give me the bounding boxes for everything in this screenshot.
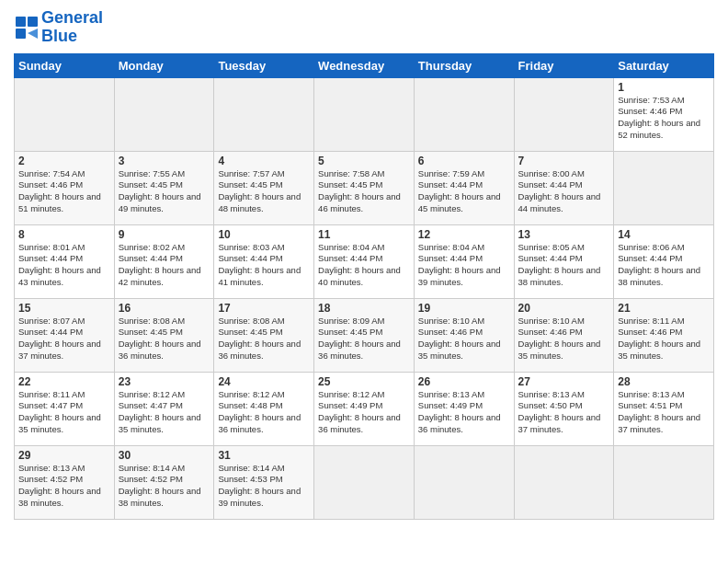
calendar-cell: 19 Sunrise: 8:10 AMSunset: 4:46 PMDaylig… <box>414 298 514 372</box>
day-number: 31 <box>218 449 310 462</box>
calendar-cell: 29 Sunrise: 8:13 AMSunset: 4:52 PMDaylig… <box>15 445 115 519</box>
calendar-cell: 2 Sunrise: 7:54 AMSunset: 4:46 PMDayligh… <box>15 151 115 224</box>
day-info: Sunrise: 8:04 AMSunset: 4:44 PMDaylight:… <box>418 242 510 289</box>
calendar-cell: 18 Sunrise: 8:09 AMSunset: 4:45 PMDaylig… <box>314 298 415 372</box>
day-number: 9 <box>119 228 210 241</box>
day-number: 26 <box>418 375 510 388</box>
day-number: 14 <box>618 228 710 241</box>
day-info: Sunrise: 7:53 AMSunset: 4:46 PMDaylight:… <box>618 95 710 142</box>
calendar-cell <box>314 77 415 151</box>
logo: General Blue <box>14 9 103 46</box>
week-row-4: 15 Sunrise: 8:07 AMSunset: 4:44 PMDaylig… <box>15 298 714 372</box>
calendar-cell <box>414 445 514 519</box>
day-number: 21 <box>618 302 710 315</box>
week-row-5: 22 Sunrise: 8:11 AMSunset: 4:47 PMDaylig… <box>15 372 714 445</box>
calendar-cell: 30 Sunrise: 8:14 AMSunset: 4:52 PMDaylig… <box>114 445 214 519</box>
day-number: 27 <box>518 375 610 388</box>
day-info: Sunrise: 8:04 AMSunset: 4:44 PMDaylight:… <box>318 242 410 289</box>
day-number: 11 <box>318 228 410 241</box>
svg-rect-0 <box>16 17 26 27</box>
day-info: Sunrise: 8:10 AMSunset: 4:46 PMDaylight:… <box>518 316 610 362</box>
calendar-cell: 28 Sunrise: 8:13 AMSunset: 4:51 PMDaylig… <box>614 372 714 445</box>
page-container: General Blue SundayMondayTuesdayWednesda… <box>0 0 728 524</box>
day-info: Sunrise: 8:06 AMSunset: 4:44 PMDaylight:… <box>618 242 710 289</box>
day-number: 7 <box>518 155 610 167</box>
calendar-cell: 21 Sunrise: 8:11 AMSunset: 4:46 PMDaylig… <box>614 298 714 372</box>
weekday-header-friday: Friday <box>514 53 614 77</box>
day-info: Sunrise: 8:14 AMSunset: 4:52 PMDaylight:… <box>119 463 210 510</box>
week-row-1: 1 Sunrise: 7:53 AMSunset: 4:46 PMDayligh… <box>15 77 714 151</box>
weekday-header-tuesday: Tuesday <box>214 53 314 77</box>
day-number: 1 <box>618 81 710 94</box>
day-number: 17 <box>218 302 310 315</box>
day-info: Sunrise: 8:01 AMSunset: 4:44 PMDaylight:… <box>18 242 110 289</box>
calendar-cell <box>214 77 314 151</box>
day-number: 2 <box>18 155 110 167</box>
day-info: Sunrise: 8:07 AMSunset: 4:44 PMDaylight:… <box>18 316 110 362</box>
day-number: 30 <box>119 449 210 462</box>
day-number: 8 <box>18 228 110 241</box>
weekday-header-monday: Monday <box>114 53 214 77</box>
day-info: Sunrise: 8:08 AMSunset: 4:45 PMDaylight:… <box>119 316 210 362</box>
calendar-cell: 22 Sunrise: 8:11 AMSunset: 4:47 PMDaylig… <box>15 372 115 445</box>
calendar-cell: 17 Sunrise: 8:08 AMSunset: 4:45 PMDaylig… <box>214 298 314 372</box>
day-number: 13 <box>518 228 610 241</box>
weekday-header-thursday: Thursday <box>414 53 514 77</box>
calendar-cell: 16 Sunrise: 8:08 AMSunset: 4:45 PMDaylig… <box>114 298 214 372</box>
calendar-cell: 20 Sunrise: 8:10 AMSunset: 4:46 PMDaylig… <box>514 298 614 372</box>
day-number: 28 <box>618 375 710 388</box>
calendar-cell: 6 Sunrise: 7:59 AMSunset: 4:44 PMDayligh… <box>414 151 514 224</box>
header: General Blue <box>14 9 714 46</box>
day-info: Sunrise: 8:02 AMSunset: 4:44 PMDaylight:… <box>119 242 210 289</box>
calendar-table: SundayMondayTuesdayWednesdayThursdayFrid… <box>14 53 714 520</box>
day-number: 29 <box>18 449 110 462</box>
day-info: Sunrise: 7:59 AMSunset: 4:44 PMDaylight:… <box>418 168 510 215</box>
calendar-cell <box>514 77 614 151</box>
calendar-cell: 26 Sunrise: 8:13 AMSunset: 4:49 PMDaylig… <box>414 372 514 445</box>
calendar-cell <box>614 151 714 224</box>
calendar-cell: 8 Sunrise: 8:01 AMSunset: 4:44 PMDayligh… <box>15 224 115 298</box>
day-info: Sunrise: 8:12 AMSunset: 4:47 PMDaylight:… <box>119 389 210 436</box>
svg-rect-2 <box>16 29 26 39</box>
day-number: 4 <box>218 155 310 167</box>
calendar-cell: 4 Sunrise: 7:57 AMSunset: 4:45 PMDayligh… <box>214 151 314 224</box>
logo-icon <box>14 15 40 40</box>
calendar-cell <box>15 77 115 151</box>
calendar-cell: 10 Sunrise: 8:03 AMSunset: 4:44 PMDaylig… <box>214 224 314 298</box>
day-info: Sunrise: 8:11 AMSunset: 4:46 PMDaylight:… <box>618 316 710 362</box>
svg-rect-1 <box>28 17 38 27</box>
weekday-header-wednesday: Wednesday <box>314 53 415 77</box>
calendar-cell <box>614 445 714 519</box>
day-number: 12 <box>418 228 510 241</box>
day-number: 19 <box>418 302 510 315</box>
calendar-cell <box>414 77 514 151</box>
calendar-cell: 1 Sunrise: 7:53 AMSunset: 4:46 PMDayligh… <box>614 77 714 151</box>
calendar-cell: 23 Sunrise: 8:12 AMSunset: 4:47 PMDaylig… <box>114 372 214 445</box>
week-row-2: 2 Sunrise: 7:54 AMSunset: 4:46 PMDayligh… <box>15 151 714 224</box>
calendar-cell: 14 Sunrise: 8:06 AMSunset: 4:44 PMDaylig… <box>614 224 714 298</box>
day-info: Sunrise: 8:03 AMSunset: 4:44 PMDaylight:… <box>218 242 310 289</box>
day-number: 16 <box>119 302 210 315</box>
day-info: Sunrise: 8:09 AMSunset: 4:45 PMDaylight:… <box>318 316 410 362</box>
day-info: Sunrise: 8:13 AMSunset: 4:51 PMDaylight:… <box>618 389 710 436</box>
day-info: Sunrise: 8:00 AMSunset: 4:44 PMDaylight:… <box>518 168 610 215</box>
day-number: 18 <box>318 302 410 315</box>
calendar-cell <box>314 445 415 519</box>
day-number: 10 <box>218 228 310 241</box>
calendar-cell: 5 Sunrise: 7:58 AMSunset: 4:45 PMDayligh… <box>314 151 415 224</box>
day-number: 25 <box>318 375 410 388</box>
week-row-3: 8 Sunrise: 8:01 AMSunset: 4:44 PMDayligh… <box>15 224 714 298</box>
day-number: 6 <box>418 155 510 167</box>
day-info: Sunrise: 8:05 AMSunset: 4:44 PMDaylight:… <box>518 242 610 289</box>
svg-marker-3 <box>28 29 38 39</box>
weekday-header-sunday: Sunday <box>15 53 115 77</box>
day-info: Sunrise: 8:08 AMSunset: 4:45 PMDaylight:… <box>218 316 310 362</box>
calendar-cell: 11 Sunrise: 8:04 AMSunset: 4:44 PMDaylig… <box>314 224 415 298</box>
day-info: Sunrise: 8:11 AMSunset: 4:47 PMDaylight:… <box>18 389 110 436</box>
calendar-cell: 27 Sunrise: 8:13 AMSunset: 4:50 PMDaylig… <box>514 372 614 445</box>
weekday-header-row: SundayMondayTuesdayWednesdayThursdayFrid… <box>15 53 714 77</box>
day-number: 3 <box>119 155 210 167</box>
day-info: Sunrise: 8:12 AMSunset: 4:49 PMDaylight:… <box>318 389 410 436</box>
day-info: Sunrise: 8:13 AMSunset: 4:49 PMDaylight:… <box>418 389 510 436</box>
day-info: Sunrise: 8:13 AMSunset: 4:50 PMDaylight:… <box>518 389 610 436</box>
